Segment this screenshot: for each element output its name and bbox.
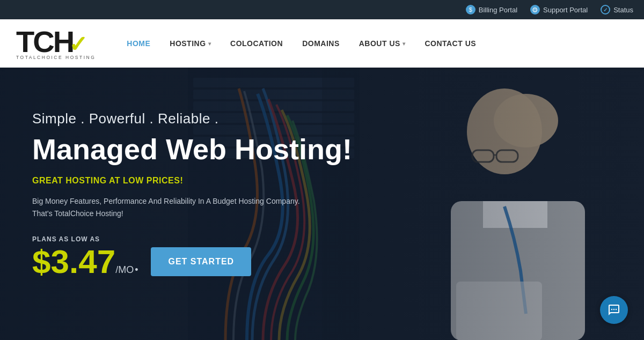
hosting-dropdown-icon: ▾: [208, 41, 211, 47]
status-link[interactable]: ✓ Status: [601, 5, 633, 14]
price-row: $3.47 /MO• GET STARTED: [32, 245, 352, 278]
svg-point-18: [611, 309, 612, 310]
nav-item-colocation[interactable]: COLOCATION: [221, 34, 292, 53]
chat-icon: [608, 304, 620, 316]
hero-section: Simple . Powerful . Reliable . Managed W…: [0, 68, 644, 340]
plans-section: PLANS AS LOW AS $3.47 /MO• GET STARTED: [32, 235, 352, 278]
status-label: Status: [613, 6, 633, 14]
logo[interactable]: TC H ✓ TotalChoice Hosting: [16, 27, 96, 60]
svg-point-19: [613, 309, 614, 310]
plans-label: PLANS AS LOW AS: [32, 235, 352, 243]
top-bar: $ Billing Portal ⚙ Support Portal ✓ Stat…: [0, 0, 644, 19]
svg-point-20: [616, 309, 617, 310]
hero-tagline: Simple . Powerful . Reliable .: [32, 110, 352, 127]
hero-content: Simple . Powerful . Reliable . Managed W…: [32, 110, 352, 278]
main-nav: TC H ✓ TotalChoice Hosting HOME HOSTING …: [0, 19, 644, 68]
nav-item-about[interactable]: ABOUT US ▾: [349, 34, 415, 53]
price-suffix: /MO•: [115, 264, 138, 276]
logo-main: TC H ✓: [16, 27, 87, 57]
logo-tc-letters: TC: [16, 27, 53, 57]
hero-description: Big Money Features, Performance And Reli…: [32, 195, 343, 219]
nav-links: HOME HOSTING ▾ COLOCATION DOMAINS ABOUT …: [117, 34, 628, 53]
support-label: Support Portal: [543, 6, 588, 14]
support-portal-link[interactable]: ⚙ Support Portal: [530, 5, 588, 14]
nav-item-home[interactable]: HOME: [117, 34, 160, 53]
nav-item-contact[interactable]: CONTACT US: [415, 34, 486, 53]
logo-checkmark: ✓: [69, 33, 87, 56]
get-started-button[interactable]: GET STARTED: [151, 247, 251, 276]
nav-item-hosting[interactable]: HOSTING ▾: [160, 34, 221, 53]
billing-icon: $: [466, 5, 475, 14]
nav-item-domains[interactable]: DOMAINS: [292, 34, 349, 53]
billing-portal-link[interactable]: $ Billing Portal: [466, 5, 517, 14]
hero-promo: GREAT HOSTING AT LOW PRICES!: [32, 176, 352, 186]
billing-label: Billing Portal: [479, 6, 517, 14]
hero-title: Managed Web Hosting!: [32, 134, 352, 165]
support-icon: ⚙: [530, 5, 540, 14]
status-icon: ✓: [601, 5, 610, 14]
chat-bubble-button[interactable]: [600, 296, 628, 324]
about-dropdown-icon: ▾: [402, 41, 406, 47]
price-amount: $3.47: [32, 245, 115, 278]
logo-subtitle: TotalChoice Hosting: [16, 55, 96, 60]
